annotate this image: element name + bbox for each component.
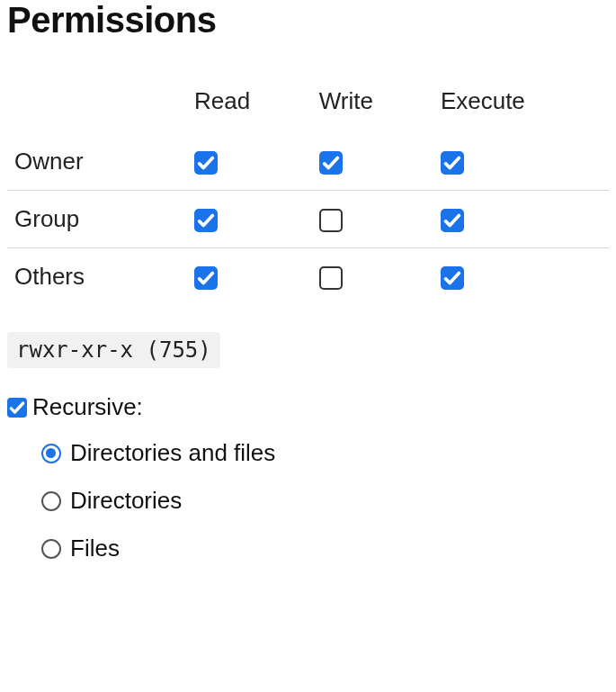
scope-option-label: Directories and files [70, 439, 275, 467]
mode-string: rwxr-xr-x (755) [7, 332, 220, 368]
recursive-label: Recursive: [32, 393, 143, 421]
perm-row-others: Others [7, 248, 609, 306]
row-label: Group [7, 191, 187, 248]
perm-group-write-checkbox[interactable] [319, 209, 343, 232]
page-title: Permissions [7, 0, 609, 40]
perm-others-execute-checkbox[interactable] [441, 266, 464, 290]
col-execute: Execute [433, 76, 609, 133]
scope-option-both[interactable]: Directories and files [41, 439, 609, 467]
perm-others-read-checkbox[interactable] [194, 266, 218, 290]
radio-icon [41, 444, 61, 463]
scope-option-label: Directories [70, 487, 182, 515]
perm-row-group: Group [7, 191, 609, 248]
perm-others-write-checkbox[interactable] [319, 266, 343, 290]
perm-owner-write-checkbox[interactable] [319, 151, 343, 175]
perm-group-execute-checkbox[interactable] [441, 209, 464, 232]
perm-group-read-checkbox[interactable] [194, 209, 218, 232]
permissions-table: Read Write Execute OwnerGroupOthers [7, 76, 609, 305]
scope-option-files[interactable]: Files [41, 535, 609, 562]
radio-icon [41, 539, 61, 559]
col-read: Read [187, 76, 312, 133]
col-write: Write [312, 76, 433, 133]
perm-owner-execute-checkbox[interactable] [441, 151, 464, 175]
perm-owner-read-checkbox[interactable] [194, 151, 218, 175]
scope-option-label: Files [70, 535, 120, 562]
perm-row-owner: Owner [7, 133, 609, 191]
row-label: Others [7, 248, 187, 306]
scope-option-dirs[interactable]: Directories [41, 487, 609, 515]
recursive-checkbox[interactable] [7, 398, 27, 418]
scope-radio-group: Directories and filesDirectoriesFiles [7, 439, 609, 562]
row-label: Owner [7, 133, 187, 191]
radio-icon [41, 491, 61, 511]
